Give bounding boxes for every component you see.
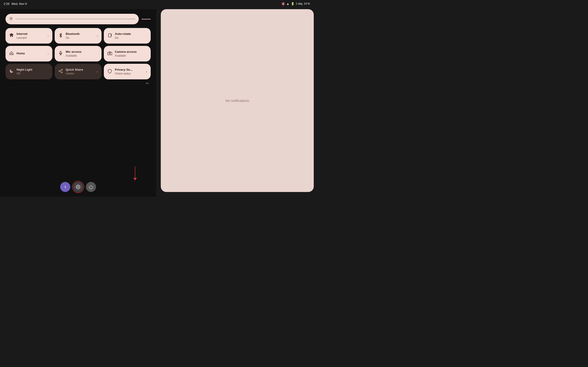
svg-marker-9 xyxy=(9,33,14,37)
tile-mic-access[interactable]: Mic access Available xyxy=(55,46,102,61)
wifi-status-icon: ▲ xyxy=(286,2,289,6)
quick-settings-panel: Internet Leonard › Bluetooth On › xyxy=(0,9,156,197)
privacy-subtitle: Check status xyxy=(115,72,143,75)
tile-camera-access[interactable]: Camera access Available xyxy=(104,46,151,61)
quick-share-text: Quick Share Hidden xyxy=(66,68,94,75)
tile-home[interactable]: Home › xyxy=(6,46,52,61)
privacy-title: Privacy Se... xyxy=(115,68,143,72)
no-notifications-text: No notifications xyxy=(225,99,249,102)
battery-text: 1 day, 14 hr xyxy=(296,2,310,5)
svg-line-6 xyxy=(12,20,12,20)
mute-icon: 🔇 xyxy=(281,2,285,6)
quick-tiles-grid: Internet Leonard › Bluetooth On › xyxy=(6,28,151,79)
edit-tiles-icon[interactable]: ✏ xyxy=(146,81,149,85)
status-time: 2:26 xyxy=(4,2,9,6)
mic-access-subtitle: Available xyxy=(66,54,98,57)
bluetooth-icon xyxy=(58,33,63,39)
home-chevron: › xyxy=(48,52,49,56)
svg-point-16 xyxy=(61,69,62,70)
night-light-subtitle: Off xyxy=(17,72,49,75)
svg-line-20 xyxy=(60,70,61,71)
tile-auto-rotate[interactable]: Auto-rotate On xyxy=(104,28,151,44)
home-icon xyxy=(9,51,14,57)
svg-point-17 xyxy=(59,70,60,72)
brightness-row xyxy=(6,14,151,24)
camera-icon xyxy=(107,51,112,57)
status-bar: 2:26 Wed, Nov 6 🔇 ▲ 🔋 1 day, 14 hr xyxy=(0,0,314,7)
svg-line-19 xyxy=(60,71,61,72)
arrow-head xyxy=(133,178,137,181)
arrow-line xyxy=(135,166,135,178)
svg-point-15 xyxy=(109,53,111,54)
svg-line-7 xyxy=(10,20,10,20)
bluetooth-text: Bluetooth On xyxy=(66,32,94,40)
home-text: Home xyxy=(17,52,45,56)
bluetooth-chevron: › xyxy=(97,34,98,38)
power-icon xyxy=(89,185,93,189)
tile-night-light[interactable]: Night Light Off xyxy=(6,64,52,79)
privacy-icon xyxy=(107,69,112,75)
privacy-text: Privacy Se... Check status xyxy=(115,68,143,75)
power-button[interactable] xyxy=(86,182,96,192)
svg-rect-14 xyxy=(108,52,112,55)
quick-share-subtitle: Hidden xyxy=(66,72,94,75)
night-light-text: Night Light Off xyxy=(17,68,49,75)
night-light-icon xyxy=(9,69,14,75)
tile-privacy[interactable]: Privacy Se... Check status › xyxy=(104,64,151,79)
brightness-track[interactable] xyxy=(15,19,136,19)
auto-rotate-subtitle: On xyxy=(115,36,147,40)
mic-icon xyxy=(58,51,63,57)
quick-share-title: Quick Share xyxy=(66,68,94,72)
mic-access-title: Mic access xyxy=(66,50,98,54)
status-left: 2:26 Wed, Nov 6 xyxy=(4,2,27,6)
brightness-slider[interactable] xyxy=(6,14,139,24)
camera-access-text: Camera access Available xyxy=(115,50,147,57)
svg-line-8 xyxy=(12,17,12,17)
user-avatar-button[interactable]: t xyxy=(60,182,70,192)
settings-button[interactable] xyxy=(73,182,83,192)
status-date: Wed, Nov 6 xyxy=(11,2,27,6)
brightness-icon xyxy=(9,16,13,22)
quick-share-icon xyxy=(58,69,63,75)
home-title: Home xyxy=(17,52,45,55)
svg-point-0 xyxy=(10,18,12,19)
tile-internet[interactable]: Internet Leonard › xyxy=(6,28,52,44)
auto-rotate-text: Auto-rotate On xyxy=(115,32,147,40)
arrow-indicator xyxy=(133,166,137,181)
status-right: 🔇 ▲ 🔋 1 day, 14 hr xyxy=(281,2,310,6)
bluetooth-subtitle: On xyxy=(66,36,94,40)
battery-icon: 🔋 xyxy=(291,2,294,6)
user-initial: t xyxy=(65,185,66,189)
svg-point-18 xyxy=(61,72,62,73)
notifications-panel: No notifications xyxy=(161,9,314,192)
internet-title: Internet xyxy=(17,32,45,36)
internet-chevron: › xyxy=(48,34,49,38)
internet-icon xyxy=(9,33,14,39)
svg-point-21 xyxy=(78,186,79,188)
tile-bluetooth[interactable]: Bluetooth On › xyxy=(55,28,102,44)
bottom-bar: t xyxy=(0,182,156,192)
internet-subtitle: Leonard xyxy=(17,36,45,40)
settings-gear-icon xyxy=(76,185,80,189)
edit-row: ✏ xyxy=(6,81,151,85)
mic-access-text: Mic access Available xyxy=(66,50,98,57)
tile-quick-share[interactable]: Quick Share Hidden › xyxy=(55,64,102,79)
quick-share-chevron: › xyxy=(97,70,98,73)
auto-rotate-title: Auto-rotate xyxy=(115,32,147,36)
camera-access-title: Camera access xyxy=(115,50,147,54)
internet-text: Internet Leonard xyxy=(17,32,45,40)
svg-rect-11 xyxy=(60,51,61,53)
auto-rotate-icon xyxy=(107,33,112,39)
camera-access-subtitle: Available xyxy=(115,54,147,57)
svg-line-5 xyxy=(10,17,10,17)
night-light-title: Night Light xyxy=(17,68,49,72)
brightness-line-indicator xyxy=(141,19,151,19)
bluetooth-title: Bluetooth xyxy=(66,32,94,36)
privacy-chevron: › xyxy=(146,70,147,73)
